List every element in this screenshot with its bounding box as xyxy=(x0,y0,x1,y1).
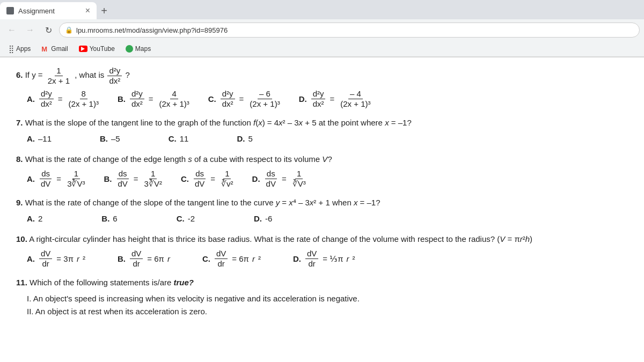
q11-statement-i: I. An object's speed is increasing when … xyxy=(27,292,628,305)
q10d-frac: dVdr xyxy=(305,249,318,269)
url-text: lpu.mrooms.net/mod/assign/view.php?id=89… xyxy=(76,26,634,34)
q10-option-c: C. dVdr = 6πr² xyxy=(202,249,261,269)
q8d-lhs: dsdV xyxy=(265,169,277,189)
bookmark-maps[interactable]: Maps xyxy=(121,43,155,54)
q6-option-a: A. d²ydx² = 8(2x + 1)³ xyxy=(27,89,101,109)
back-button[interactable]: ← xyxy=(4,23,19,38)
q9-option-d: D. -6 xyxy=(254,212,272,225)
youtube-icon xyxy=(79,46,87,52)
q10a-frac: dVdr xyxy=(39,249,52,269)
main-content: 6. If y = 1 2x + 1 , what is d²y dx² ? A… xyxy=(0,57,644,362)
q10-option-b: B. dVdr = 6πr xyxy=(118,249,170,269)
address-bar-row: ← → ↻ 🔒 lpu.mrooms.net/mod/assign/view.p… xyxy=(0,19,644,41)
q9-option-b: B. 6 xyxy=(101,212,117,225)
q7-option-a: A. –11 xyxy=(27,132,52,145)
q8a-rhs: 13∛V³ xyxy=(65,169,86,189)
bookmark-gmail[interactable]: M Gmail xyxy=(37,43,72,54)
q8d-rhs: 1∛V³ xyxy=(291,169,308,189)
q6b-rhs: 4(2x + 1)³ xyxy=(157,89,191,109)
q10b-frac: dVdr xyxy=(130,249,143,269)
q8b-lhs: dsdV xyxy=(116,169,129,189)
q6-d2y-dx2: d²y dx² xyxy=(107,66,122,86)
q6d-rhs: – 4(2x + 1)³ xyxy=(339,89,372,109)
q6c-rhs: – 6(2x + 1)³ xyxy=(248,89,281,109)
bookmarks-bar: ⣿ Apps M Gmail YouTube Maps xyxy=(0,41,644,57)
bookmark-apps[interactable]: ⣿ Apps xyxy=(4,43,35,55)
forward-button[interactable]: → xyxy=(23,23,38,38)
q10c-frac: dVdr xyxy=(215,249,228,269)
q6-option-c: C. d²ydx² = – 6(2x + 1)³ xyxy=(208,89,283,109)
new-tab-button[interactable]: + xyxy=(97,3,112,18)
bookmark-apps-label: Apps xyxy=(16,45,31,53)
refresh-button[interactable]: ↻ xyxy=(41,23,56,38)
q9-option-c: C. -2 xyxy=(177,212,195,225)
question-9: 9. What is the rate of change of the slo… xyxy=(16,196,628,225)
q10-options: A. dVdr = 3πr² B. dVdr = 6πr C. dVdr = 6… xyxy=(27,249,628,269)
q6b-lhs: d²ydx² xyxy=(130,89,144,109)
q8-option-d: D. dsdV = 1∛V³ xyxy=(252,169,309,189)
bookmark-maps-label: Maps xyxy=(135,45,151,53)
tab-close-button[interactable]: × xyxy=(85,6,90,16)
q7-option-b: B. –5 xyxy=(100,132,120,145)
lock-icon: 🔒 xyxy=(65,26,73,34)
q6a-lhs: d²ydx² xyxy=(39,89,54,109)
question-7-text: 7. What is the slope of the tangent line… xyxy=(16,116,628,129)
q9-options: A. 2 B. 6 C. -2 D. -6 xyxy=(27,212,628,225)
q8-options: A. dsdV = 13∛V³ B. dsdV = 13∛V² C. dsdV … xyxy=(27,169,628,189)
bookmark-youtube-label: YouTube xyxy=(90,45,115,53)
question-10: 10. A right-circular cylinder has height… xyxy=(16,233,628,269)
bookmark-youtube[interactable]: YouTube xyxy=(75,43,119,54)
q6d-lhs: d²ydx² xyxy=(311,89,326,109)
q6-options: A. d²ydx² = 8(2x + 1)³ B. d²ydx² = 4(2x … xyxy=(27,89,628,109)
question-8-text: 8. What is the rate of change of the edg… xyxy=(16,153,628,166)
q7-option-d: D. 5 xyxy=(237,132,252,145)
question-9-text: 9. What is the rate of change of the slo… xyxy=(16,196,628,209)
bookmark-gmail-label: Gmail xyxy=(51,45,68,53)
q11-statements: I. An object's speed is increasing when … xyxy=(27,292,628,318)
question-6-text: 6. If y = 1 2x + 1 , what is d²y dx² ? xyxy=(16,66,628,86)
question-7: 7. What is the slope of the tangent line… xyxy=(16,116,628,145)
tab-title: Assignment xyxy=(18,7,81,15)
question-11-text: 11. Which of the following statements is… xyxy=(16,276,628,289)
q6c-lhs: d²ydx² xyxy=(221,89,235,109)
browser-tab-active[interactable]: Assignment × xyxy=(0,2,97,19)
q11-statement-ii: II. An object is at rest when its accele… xyxy=(27,305,628,318)
question-8: 8. What is the rate of change of the edg… xyxy=(16,153,628,189)
maps-icon xyxy=(126,45,133,53)
q8-option-b: B. dsdV = 13∛V² xyxy=(104,169,164,189)
q6a-rhs: 8(2x + 1)³ xyxy=(67,89,100,109)
question-10-text: 10. A right-circular cylinder has height… xyxy=(16,233,628,246)
question-11: 11. Which of the following statements is… xyxy=(16,276,628,318)
tab-favicon xyxy=(6,7,14,14)
q6-fraction: 1 2x + 1 xyxy=(46,66,71,86)
q8-option-a: A. dsdV = 13∛V³ xyxy=(27,169,87,189)
question-6: 6. If y = 1 2x + 1 , what is d²y dx² ? A… xyxy=(16,66,628,109)
q10-option-d: D. dVdr = ⅓πr² xyxy=(293,249,355,269)
q7-option-c: C. 11 xyxy=(169,132,189,145)
q8a-lhs: dsdV xyxy=(39,169,52,189)
address-bar[interactable]: 🔒 lpu.mrooms.net/mod/assign/view.php?id=… xyxy=(59,23,640,38)
q8c-lhs: dsdV xyxy=(193,169,206,189)
q7-options: A. –11 B. –5 C. 11 D. 5 xyxy=(27,132,628,145)
browser-chrome: Assignment × + ← → ↻ 🔒 lpu.mrooms.net/mo… xyxy=(0,0,644,57)
q8-option-c: C. dsdV = 1∛v² xyxy=(181,169,236,189)
q6-option-d: D. d²ydx² = – 4(2x + 1)³ xyxy=(299,89,374,109)
q6-option-b: B. d²ydx² = 4(2x + 1)³ xyxy=(118,89,192,109)
gmail-icon: M xyxy=(41,45,49,53)
q10-option-a: A. dVdr = 3πr² xyxy=(27,249,85,269)
q9-option-a: A. 2 xyxy=(27,212,42,225)
tab-bar: Assignment × + xyxy=(0,0,644,19)
q8b-rhs: 13∛V² xyxy=(143,169,164,189)
q8c-rhs: 1∛v² xyxy=(219,169,235,189)
